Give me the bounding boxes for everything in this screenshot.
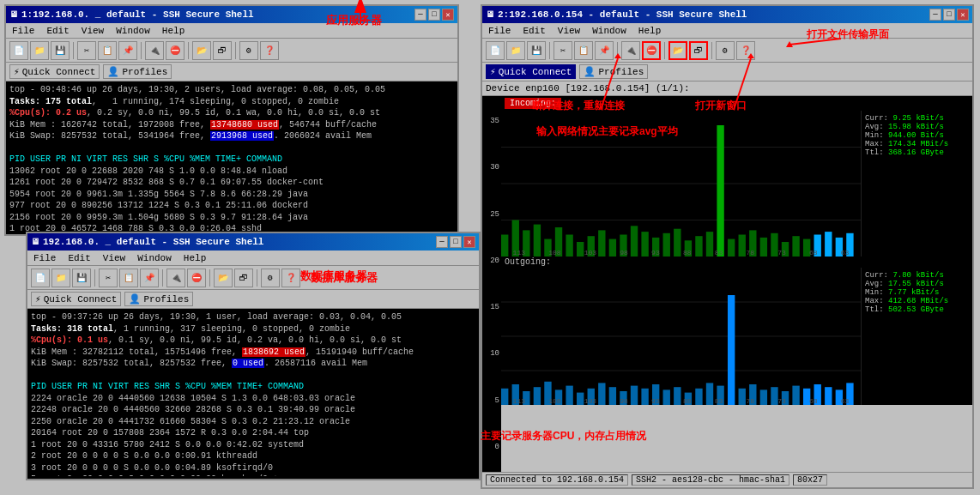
menu-window[interactable]: Window xyxy=(113,26,153,36)
toolbar-copy-btn[interactable]: 📋 xyxy=(98,41,117,60)
app-server-profiles-btn[interactable]: 👤 Profiles xyxy=(103,64,172,79)
net-toolbar-copy-btn[interactable]: 📋 xyxy=(574,41,593,60)
db-server-minimize-btn[interactable]: ─ xyxy=(436,236,448,248)
db-toolbar-paste-btn[interactable]: 📌 xyxy=(140,269,159,287)
toolbar-newwindow-btn[interactable]: 🗗 xyxy=(213,41,232,60)
db-menu-edit[interactable]: Edit xyxy=(65,253,93,263)
db-menu-window[interactable]: Window xyxy=(135,253,174,263)
app-server-toolbar: 📄 📁 💾 ✂ 📋 📌 🔌 ⛔ 📂 🗗 ⚙ ❓ xyxy=(6,39,457,63)
outgoing-graph: 113 108 103 98 93 88 83 78 73 68 63 xyxy=(501,268,861,405)
toolbar-connect-btn[interactable]: 🔌 xyxy=(145,41,164,60)
toolbar-disconnect-btn[interactable]: ⛔ xyxy=(166,41,185,60)
right-content: Incoming: xyxy=(501,96,972,472)
db-server-profiles-btn[interactable]: 👤 Profiles xyxy=(124,292,193,306)
db-toolbar-newwindow-btn[interactable]: 🗗 xyxy=(234,269,253,287)
net-menu-file[interactable]: File xyxy=(486,26,513,36)
outgoing-label: Outgoing: xyxy=(501,257,972,268)
db-server-terminal[interactable]: top - 09:37:26 up 26 days, 19:30, 1 user… xyxy=(27,309,479,479)
net-toolbar-cut-btn[interactable]: ✂ xyxy=(554,41,572,60)
network-profiles-btn[interactable]: 👤 Profiles xyxy=(579,64,648,79)
app-server-close-btn[interactable]: ✕ xyxy=(442,9,454,21)
db-toolbar-sep2 xyxy=(162,269,163,287)
net-toolbar-connect-btn[interactable]: 🔌 xyxy=(621,41,640,60)
axis-5: 5 xyxy=(482,396,499,405)
net-toolbar-open-btn[interactable]: 📁 xyxy=(506,41,525,60)
db-toolbar-open-btn[interactable]: 📁 xyxy=(51,269,70,287)
net-toolbar-sep1 xyxy=(549,42,550,59)
net-toolbar-new-btn[interactable]: 📄 xyxy=(486,41,505,60)
db-server-label: 数据库服务器 xyxy=(311,270,378,286)
network-close-btn[interactable]: ✕ xyxy=(957,9,969,21)
db-server-quickconnect-bar: ⚡ Quick Connect 👤 Profiles xyxy=(27,290,479,309)
menu-edit[interactable]: Edit xyxy=(44,26,71,36)
svg-rect-23 xyxy=(717,125,723,257)
net-toolbar-save-btn[interactable]: 💾 xyxy=(527,41,546,60)
net-toolbar-help-btn[interactable]: ❓ xyxy=(736,41,755,60)
db-quickconnect-icon: ⚡ xyxy=(35,293,41,305)
db-term-line-5: KiB Swap: 8257532 total, 8257532 free, 0… xyxy=(31,358,475,370)
net-menu-edit[interactable]: Edit xyxy=(520,26,547,36)
network-monitor-title-bar: 🖥 2:192.168.0.154 - default - SSH Secure… xyxy=(482,6,972,23)
net-toolbar-paste-btn[interactable]: 📌 xyxy=(595,41,614,60)
axis-25: 25 xyxy=(482,210,499,219)
db-menu-help[interactable]: Help xyxy=(181,253,209,263)
net-profiles-label: Profiles xyxy=(598,67,644,77)
db-server-quickconnect-btn[interactable]: ⚡ Quick Connect xyxy=(31,292,121,306)
axis-20: 20 xyxy=(482,257,499,265)
db-toolbar-save-btn[interactable]: 💾 xyxy=(72,269,91,287)
db-toolbar-help-btn[interactable]: ❓ xyxy=(281,269,300,287)
db-menu-view[interactable]: View xyxy=(100,253,128,263)
db-toolbar-filetransfer-btn[interactable]: 📂 xyxy=(214,269,233,287)
incoming-label: Incoming: xyxy=(505,98,561,109)
toolbar-save-btn[interactable]: 💾 xyxy=(51,41,70,60)
db-menu-file[interactable]: File xyxy=(31,253,58,263)
network-quickconnect-btn[interactable]: ⚡ Quick Connect xyxy=(486,64,576,79)
net-toolbar-disconnect-btn[interactable]: ⛔ xyxy=(642,41,661,60)
outgoing-min: Min: 7.77 kBit/s xyxy=(865,288,969,297)
toolbar-settings-btn[interactable]: ⚙ xyxy=(239,41,258,60)
net-menu-help[interactable]: Help xyxy=(636,26,663,36)
db-toolbar-sep3 xyxy=(209,269,210,287)
app-server-maximize-btn[interactable]: □ xyxy=(428,9,440,21)
toolbar-paste-btn[interactable]: 📌 xyxy=(118,41,137,60)
db-term-line-2: Tasks: 318 total, 1 running, 317 sleepin… xyxy=(31,323,475,335)
db-toolbar-connect-btn[interactable]: 🔌 xyxy=(166,269,185,287)
menu-file[interactable]: File xyxy=(9,26,37,36)
net-menu-view[interactable]: View xyxy=(555,26,583,36)
network-title-icon: 🖥 xyxy=(486,9,494,20)
toolbar-open-btn[interactable]: 📁 xyxy=(30,41,49,60)
network-monitor-window: 🖥 2:192.168.0.154 - default - SSH Secure… xyxy=(481,4,974,489)
profiles-label: Profiles xyxy=(122,67,167,77)
db-toolbar-copy-btn[interactable]: 📋 xyxy=(119,269,138,287)
net-toolbar-sep3 xyxy=(664,42,665,59)
net-profiles-icon: 👤 xyxy=(584,66,596,77)
net-toolbar-newwindow-btn[interactable]: 🗗 xyxy=(689,41,708,60)
db-toolbar-settings-btn[interactable]: ⚙ xyxy=(261,269,280,287)
db-toolbar-new-btn[interactable]: 📄 xyxy=(31,269,50,287)
network-maximize-btn[interactable]: □ xyxy=(943,9,955,21)
net-toolbar-settings-btn[interactable]: ⚙ xyxy=(716,41,735,60)
db-term-line-13: 2 root 20 0 0 0 0 S 0.0 0.0 0:00.91 kthr… xyxy=(31,450,475,462)
toolbar-sep2 xyxy=(141,42,142,59)
net-quickconnect-label: Quick Connect xyxy=(499,67,572,77)
db-toolbar-disconnect-btn[interactable]: ⛔ xyxy=(187,269,206,287)
incoming-stats: Curr: 9.25 kBit/s Avg: 15.98 kBit/s Min:… xyxy=(861,111,972,257)
db-server-close-btn[interactable]: ✕ xyxy=(463,236,475,248)
net-toolbar-filetransfer-btn[interactable]: 📂 xyxy=(668,41,687,60)
app-server-quickconnect-btn[interactable]: ⚡ Quick Connect xyxy=(9,64,100,79)
app-server-minimize-btn[interactable]: ─ xyxy=(414,9,426,21)
toolbar-filetransfer-btn[interactable]: 📂 xyxy=(192,41,211,60)
db-server-maximize-btn[interactable]: □ xyxy=(450,236,462,248)
db-quickconnect-label: Quick Connect xyxy=(44,294,118,305)
db-toolbar-cut-btn[interactable]: ✂ xyxy=(99,269,118,287)
toolbar-new-btn[interactable]: 📄 xyxy=(9,41,28,60)
toolbar-cut-btn[interactable]: ✂ xyxy=(77,41,96,60)
db-term-line-15: 5 root 0 -20 0 0 0 S 0.0 0.0 0:00.00 kwo… xyxy=(31,474,475,476)
toolbar-help-btn[interactable]: ❓ xyxy=(260,41,279,60)
menu-view[interactable]: View xyxy=(79,26,106,36)
net-menu-window[interactable]: Window xyxy=(590,26,629,36)
app-server-terminal[interactable]: top - 09:48:46 up 26 days, 19:30, 2 user… xyxy=(6,81,457,234)
network-minimize-btn[interactable]: ─ xyxy=(929,9,941,21)
menu-help[interactable]: Help xyxy=(160,26,187,36)
outgoing-graph-svg xyxy=(501,268,861,405)
